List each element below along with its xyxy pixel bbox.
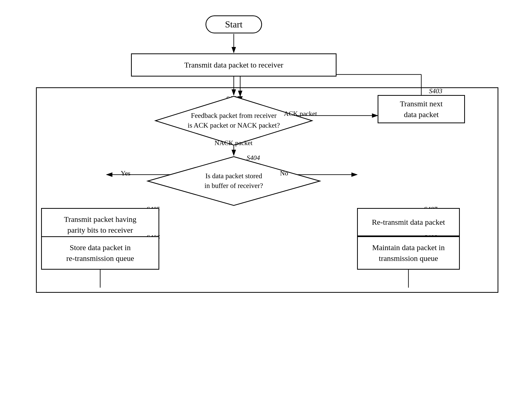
start-label: Start: [225, 19, 242, 30]
yes-label: Yes: [121, 169, 130, 177]
no-label: No: [280, 169, 288, 177]
s404-diamond: Is data packet storedin buffer of receiv…: [146, 155, 321, 207]
s401-box: Transmit data packet to receiver: [131, 53, 337, 77]
s406-box: Store data packet inre-transmission queu…: [41, 236, 159, 270]
s408-box: Maintain data packet intransmission queu…: [357, 236, 460, 270]
s403-label: S403: [429, 87, 442, 95]
start-node: Start: [206, 15, 262, 33]
nack-label: NACK packet: [214, 139, 253, 147]
ack-label: ACK packet: [284, 110, 317, 118]
s407-box: Re-transmit data packet: [357, 208, 460, 236]
s403-box: Transmit nextdata packet: [378, 95, 465, 123]
s402-diamond: Feedback packet from receiveris ACK pack…: [154, 95, 313, 146]
